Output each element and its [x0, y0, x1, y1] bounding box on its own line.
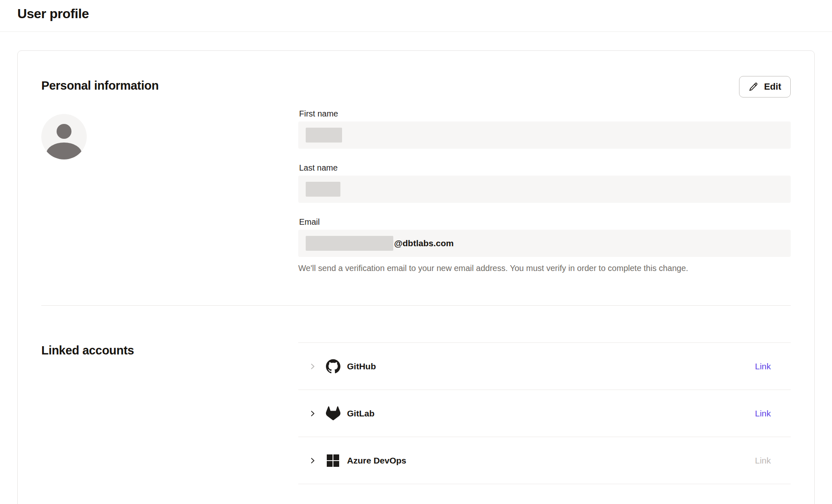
- email-field: @dbtlabs.com: [298, 230, 791, 257]
- chevron-right-icon[interactable]: [309, 410, 316, 417]
- email-redacted-value: [306, 236, 393, 251]
- top-bar: User profile: [0, 0, 832, 32]
- last-name-label: Last name: [299, 162, 791, 173]
- profile-card: Personal information First name Last nam…: [17, 50, 815, 504]
- avatar: [41, 114, 87, 159]
- first-name-label: First name: [299, 108, 791, 119]
- edit-button-label: Edit: [764, 81, 781, 92]
- edit-button[interactable]: Edit: [739, 76, 791, 97]
- github-icon: [326, 359, 340, 374]
- page-title: User profile: [17, 6, 89, 21]
- personal-left-column: Personal information: [41, 51, 298, 305]
- personal-information-heading: Personal information: [41, 78, 298, 93]
- email-domain-text: @dbtlabs.com: [394, 238, 454, 248]
- personal-information-section: Personal information First name Last nam…: [18, 51, 814, 305]
- account-name: Azure DevOps: [347, 456, 406, 466]
- email-helper-text: We'll send a verification email to your …: [298, 263, 791, 273]
- linked-accounts-section: Linked accounts GitHub Link: [18, 306, 814, 484]
- linked-accounts-heading: Linked accounts: [41, 343, 298, 358]
- linked-account-row-azure-devops[interactable]: Azure DevOps Link: [298, 437, 791, 484]
- github-link-action[interactable]: Link: [755, 361, 771, 371]
- linked-accounts-list: GitHub Link GitLab Link: [298, 342, 791, 484]
- gitlab-icon: [326, 406, 340, 421]
- chevron-right-icon[interactable]: [309, 457, 316, 464]
- gitlab-link-action[interactable]: Link: [755, 409, 771, 418]
- first-name-redacted-value: [306, 128, 342, 143]
- account-name: GitHub: [347, 361, 376, 371]
- last-name-redacted-value: [306, 182, 340, 197]
- azure-devops-icon: [326, 453, 340, 468]
- personal-fields-column: First name Last name Email @dbtlabs.com …: [298, 51, 791, 305]
- linked-left-column: Linked accounts: [41, 306, 298, 484]
- linked-account-row-github[interactable]: GitHub Link: [298, 343, 791, 390]
- last-name-field: [298, 176, 791, 203]
- pencil-icon: [749, 82, 758, 92]
- azure-devops-link-action: Link: [755, 456, 771, 466]
- email-label: Email: [299, 216, 791, 227]
- chevron-right-icon[interactable]: [309, 363, 316, 370]
- linked-account-row-gitlab[interactable]: GitLab Link: [298, 390, 791, 437]
- first-name-field: [298, 121, 791, 149]
- account-name: GitLab: [347, 409, 375, 418]
